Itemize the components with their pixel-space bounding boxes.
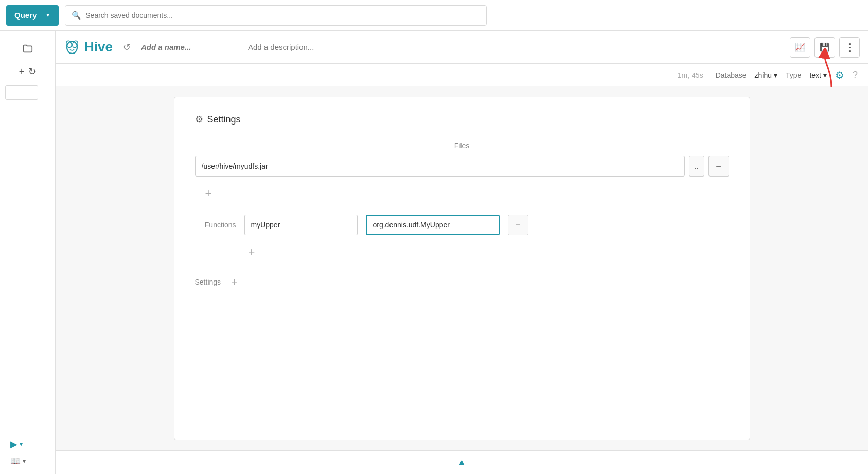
top-bar: Query ▼ 🔍 — [0, 0, 868, 31]
function-class-input[interactable] — [366, 215, 500, 235]
file-path-input[interactable] — [195, 156, 685, 177]
name-input[interactable] — [141, 43, 242, 51]
header-actions: 📈 💾 ⋮ — [790, 37, 860, 58]
more-icon: ⋮ — [844, 41, 855, 54]
type-value: text — [809, 71, 821, 79]
query-button[interactable]: Query ▼ — [6, 5, 59, 26]
type-dropdown-icon: ▾ — [823, 71, 827, 79]
func-remove-icon: − — [515, 220, 521, 231]
add-icon: + — [205, 187, 212, 200]
play-button[interactable]: ▶ ▾ — [10, 438, 23, 450]
browse-label: .. — [695, 162, 699, 170]
hive-title: Hive — [84, 39, 113, 55]
time-info: 1m, 45s — [678, 71, 703, 79]
settings-panel: ⚙ Settings Files .. − + — [56, 86, 868, 450]
remove-icon: − — [716, 161, 721, 172]
search-bar: 🔍 — [65, 5, 487, 26]
save-button[interactable]: 💾 — [814, 37, 835, 58]
function-add-row: + — [195, 243, 729, 261]
database-value: zhihu — [755, 71, 772, 79]
settings-title-gear-icon: ⚙ — [195, 114, 203, 125]
sidebar-search-input[interactable] — [5, 85, 38, 100]
query-dropdown-arrow[interactable]: ▼ — [41, 5, 50, 26]
files-label: Files — [195, 142, 729, 150]
add-icon[interactable]: + — [19, 66, 25, 77]
collapse-arrow-icon: ▲ — [457, 457, 467, 468]
type-label: Type — [786, 71, 801, 79]
left-sidebar: + ↻ ▶ ▾ 📖 ▾ — [0, 31, 56, 474]
settings-title-text: Settings — [207, 114, 241, 125]
func-add-icon: + — [249, 245, 255, 258]
refresh-icon[interactable]: ↻ — [28, 66, 36, 77]
content-area: Hive ↺ 📈 💾 ⋮ 1m, 45s Database — [56, 31, 868, 474]
description-input[interactable] — [248, 43, 784, 51]
settings-title: ⚙ Settings — [195, 114, 729, 125]
chart-button[interactable]: 📈 — [790, 37, 810, 58]
settings-row-label: Settings — [195, 278, 221, 286]
play-dropdown-icon[interactable]: ▾ — [20, 441, 23, 448]
chart-icon: 📈 — [795, 42, 805, 52]
more-button[interactable]: ⋮ — [839, 37, 860, 58]
search-input[interactable] — [85, 11, 480, 20]
main-area: + ↻ ▶ ▾ 📖 ▾ — [0, 31, 868, 474]
sidebar-controls: + ↻ — [19, 66, 37, 77]
toolbar-row: 1m, 45s Database zhihu ▾ Type text ▾ ⚙ ? — [56, 64, 868, 86]
editor-header: Hive ↺ 📈 💾 ⋮ — [56, 31, 868, 64]
settings-add-icon: + — [231, 275, 238, 288]
functions-label: Functions — [195, 221, 236, 229]
sidebar-bottom: ▶ ▾ 📖 ▾ — [0, 438, 55, 474]
database-dropdown-icon: ▾ — [774, 71, 777, 79]
book-button[interactable]: 📖 ▾ — [10, 456, 26, 466]
type-select[interactable]: text ▾ — [809, 71, 827, 79]
settings-extra-row: Settings + — [195, 273, 729, 291]
hive-icon — [64, 39, 80, 56]
functions-row: Functions − — [195, 215, 729, 235]
database-label: Database — [716, 71, 747, 79]
book-dropdown-icon[interactable]: ▾ — [23, 458, 26, 465]
settings-gear-icon[interactable]: ⚙ — [835, 69, 844, 81]
file-add-button[interactable]: + — [201, 185, 216, 202]
hive-logo: Hive — [64, 39, 113, 56]
settings-add-button[interactable]: + — [227, 273, 242, 291]
book-icon: 📖 — [10, 456, 21, 466]
settings-card: ⚙ Settings Files .. − + — [174, 97, 750, 440]
database-select[interactable]: zhihu ▾ — [755, 71, 777, 79]
file-remove-button[interactable]: − — [708, 156, 729, 177]
collapse-bar[interactable]: ▲ — [56, 450, 868, 474]
save-icon: 💾 — [820, 42, 830, 52]
query-label: Query — [14, 11, 37, 20]
help-icon[interactable]: ? — [853, 69, 858, 80]
function-remove-button[interactable]: − — [508, 215, 528, 235]
function-add-button[interactable]: + — [244, 243, 259, 261]
file-row: .. − — [195, 156, 729, 177]
search-icon: 🔍 — [72, 11, 81, 20]
file-browse-button[interactable]: .. — [689, 156, 704, 177]
undo-button[interactable]: ↺ — [119, 40, 135, 55]
folder-icon[interactable] — [19, 39, 37, 58]
play-icon: ▶ — [10, 438, 17, 450]
function-name-input[interactable] — [244, 215, 358, 235]
